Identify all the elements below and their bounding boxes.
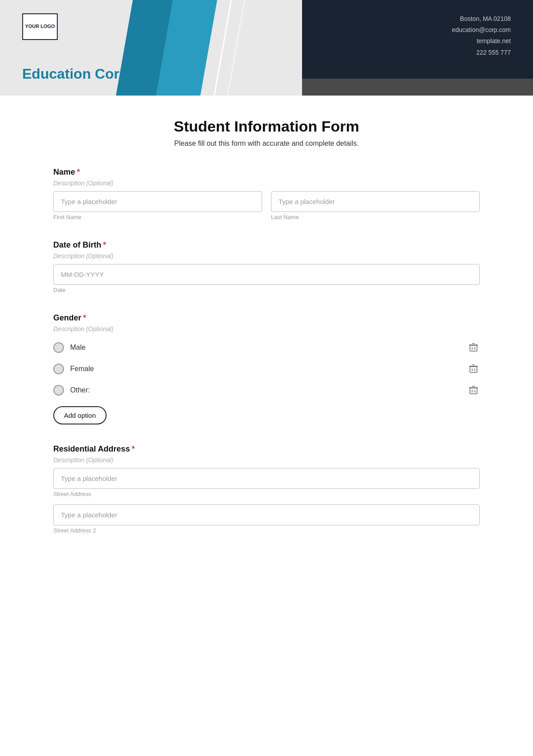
gender-label: Gender* [53, 313, 480, 323]
gender-option-other: Other: [53, 380, 480, 401]
radio-circle-female[interactable] [53, 364, 64, 374]
required-star-dob: * [103, 240, 106, 249]
gender-options: Male Female [53, 337, 480, 401]
svg-rect-5 [470, 367, 477, 372]
first-name-sublabel: First Name [53, 214, 262, 220]
gender-description: Description (Optional) [53, 325, 480, 332]
street-address-sublabel: Street Address [53, 491, 480, 497]
company-name: Education Corp [22, 66, 128, 82]
required-star: * [77, 168, 80, 176]
radio-circle-other[interactable] [53, 385, 64, 396]
section-name: Name* Description (Optional) First Name … [53, 168, 480, 220]
address-description: Description (Optional) [53, 456, 480, 464]
header-gray-strip [302, 79, 533, 96]
gender-option-male: Male [53, 337, 480, 358]
first-name-input[interactable] [53, 191, 262, 212]
delete-icon-other[interactable] [467, 384, 480, 396]
radio-label-female: Female [70, 365, 94, 373]
header-contact: Boston, MA 02108 education@corp.com temp… [452, 13, 511, 58]
contact-phone: 222 555 777 [452, 47, 511, 58]
required-star-gender: * [83, 313, 86, 322]
dob-input-wrapper: Date [53, 264, 480, 293]
add-option-button[interactable]: Add option [53, 406, 107, 424]
dob-sublabel: Date [53, 287, 480, 293]
section-gender: Gender* Description (Optional) Male [53, 313, 480, 424]
name-label: Name* [53, 168, 480, 177]
form-subtitle: Please fill out this form with accurate … [53, 140, 480, 148]
street-address-input[interactable] [53, 468, 480, 489]
dob-label: Date of Birth* [53, 240, 480, 250]
header: YOUR LOGO Education Corp Boston, MA 0210… [0, 0, 533, 96]
street-address2-sublabel: Street Address 2 [53, 527, 480, 534]
delete-icon-female[interactable] [467, 363, 480, 375]
section-address: Residential Address* Description (Option… [53, 444, 480, 534]
contact-email: education@corp.com [452, 24, 511, 36]
contact-address: Boston, MA 02108 [452, 13, 511, 24]
form-title: Student Information Form [53, 118, 480, 135]
svg-rect-0 [470, 345, 477, 351]
shape-line2 [227, 0, 245, 96]
radio-left-other: Other: [53, 385, 90, 396]
last-name-sublabel: Last Name [271, 214, 480, 220]
first-name-wrapper: First Name [53, 191, 262, 220]
gender-option-female: Female [53, 358, 480, 380]
name-description: Description (Optional) [53, 180, 480, 187]
dob-input[interactable] [53, 264, 480, 285]
svg-rect-10 [470, 388, 477, 394]
delete-icon-male[interactable] [467, 341, 480, 354]
last-name-wrapper: Last Name [271, 191, 480, 220]
radio-left-female: Female [53, 364, 94, 374]
radio-label-male: Male [70, 344, 86, 352]
last-name-input[interactable] [271, 191, 480, 212]
main-content: Student Information Form Please fill out… [0, 96, 533, 576]
radio-circle-male[interactable] [53, 342, 64, 353]
street-address2-input[interactable] [53, 504, 480, 525]
section-dob: Date of Birth* Description (Optional) Da… [53, 240, 480, 293]
dob-description: Description (Optional) [53, 252, 480, 260]
logo: YOUR LOGO [22, 13, 58, 40]
contact-website: template.net [452, 36, 511, 47]
street-address-wrapper: Street Address [53, 468, 480, 497]
radio-left-male: Male [53, 342, 86, 353]
required-star-address: * [131, 444, 135, 453]
radio-label-other: Other: [70, 386, 90, 394]
name-input-row: First Name Last Name [53, 191, 480, 220]
street-address2-wrapper: Street Address 2 [53, 504, 480, 534]
address-label: Residential Address* [53, 444, 480, 454]
